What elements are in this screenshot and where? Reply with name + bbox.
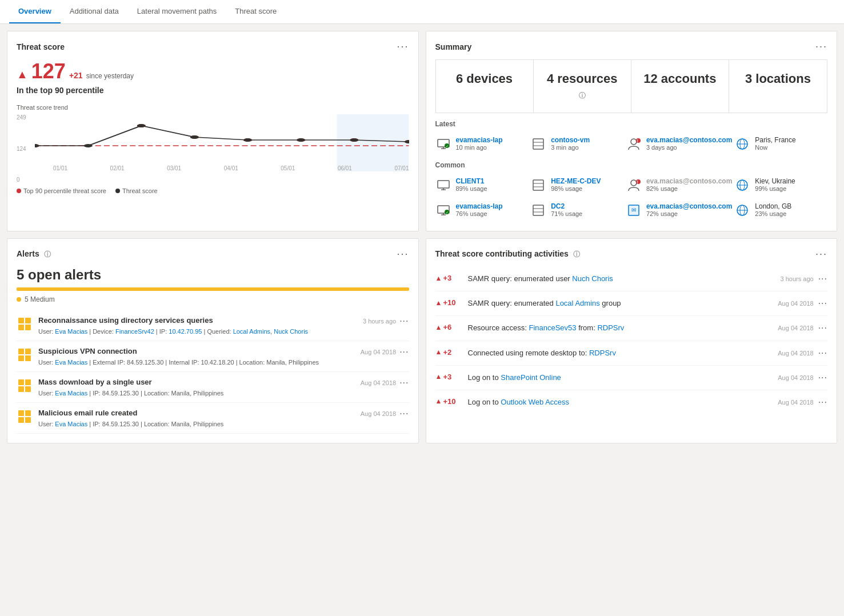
activity-more-6[interactable]: ··· [818, 397, 827, 407]
activity-item-4: ▲ +2 Connected using remote desktop to: … [435, 341, 828, 366]
alert-ip-link-1[interactable]: 10.42.70.95 [169, 328, 202, 335]
x-label-7: 07/01 [394, 165, 409, 171]
alert-more-3[interactable]: ··· [399, 378, 409, 388]
activity-desc-2: SAMR query: enumerated Local Admins grou… [468, 298, 771, 309]
activity-link-3a[interactable]: FinanceSev53 [529, 323, 576, 332]
legend-black: Threat score [115, 187, 158, 194]
alert-user-link-3[interactable]: Eva Macias [55, 390, 87, 397]
tab-threat-score[interactable]: Threat score [226, 0, 286, 23]
threat-activities-title: Threat score contributing activities ⓘ [435, 249, 580, 259]
activity-meta-6: Aug 04 2018 ··· [778, 397, 827, 407]
activity-more-3[interactable]: ··· [818, 323, 827, 333]
common-user-icon: ! [626, 177, 642, 193]
common2-device-name[interactable]: evamacias-lap [456, 202, 503, 210]
x-label-2: 02/01 [110, 165, 125, 171]
common-grid-2: ✓ evamacias-lap 76% usage DC2 71% usage [435, 199, 828, 222]
alert-content-4: Malicious email rule created Aug 04 2018… [38, 409, 409, 427]
x-label-3: 03/01 [167, 165, 181, 171]
stat-devices[interactable]: 6 devices [436, 60, 534, 113]
svg-point-8 [35, 144, 39, 147]
svg-point-10 [137, 124, 146, 127]
alert-device-link-1[interactable]: FinanceSrv42 [115, 328, 154, 335]
activity-desc-6: Log on to Outlook Web Access [468, 397, 771, 407]
legend-red: Top 90 percentile threat score [17, 187, 106, 194]
common-server-name[interactable]: HEZ-ME-C-DEV [551, 177, 601, 185]
activity-link-2[interactable]: Local Admins [555, 299, 599, 307]
delta-value-6: +10 [443, 397, 455, 406]
stat-accounts[interactable]: 12 accounts [631, 60, 729, 113]
delta-value-2: +10 [443, 298, 455, 307]
latest-user-name[interactable]: eva.macias@contoso.com [646, 136, 732, 144]
common-user-name[interactable]: eva.macias@contoso.com [646, 177, 732, 185]
activity-more-5[interactable]: ··· [818, 373, 827, 383]
tab-additional-data[interactable]: Additional data [61, 0, 128, 23]
alert-user-link-4[interactable]: Eva Macias [55, 421, 87, 427]
activity-time-4: Aug 04 2018 [778, 350, 813, 357]
x-label-4: 04/01 [224, 165, 238, 171]
delta-value-5: +3 [443, 373, 451, 381]
svg-point-11 [190, 135, 199, 139]
threat-score-title: Threat score [17, 42, 65, 51]
common-device-name[interactable]: CLIENT1 [456, 177, 487, 185]
alert-medium-label: 5 Medium [17, 295, 409, 303]
alert-more-2[interactable]: ··· [399, 347, 409, 357]
activity-link-1[interactable]: Nuch Choris [572, 274, 613, 283]
alert-user-link-1[interactable]: Eva Macias [55, 328, 87, 335]
alert-more-1[interactable]: ··· [399, 316, 409, 326]
delta-value-3: +6 [443, 323, 451, 331]
common2-user-name[interactable]: eva.macias@contoso.com [646, 202, 732, 210]
alerts-panel: Alerts ⓘ ··· 5 open alerts 5 Medium Reco… [7, 238, 419, 443]
svg-rect-47 [533, 205, 543, 215]
threat-score-more[interactable]: ··· [397, 41, 409, 53]
x-label-6: 06/01 [338, 165, 352, 171]
alert-title-1[interactable]: Reconnaissance using directory services … [38, 316, 213, 325]
activity-more-4[interactable]: ··· [818, 348, 827, 358]
svg-text:✉: ✉ [631, 207, 636, 213]
common-device-usage: 89% usage [456, 185, 487, 192]
activity-more-2[interactable]: ··· [818, 298, 827, 309]
svg-rect-21 [533, 139, 543, 149]
activity-more-1[interactable]: ··· [818, 274, 827, 284]
x-label-5: 05/01 [281, 165, 295, 171]
alert-more-4[interactable]: ··· [399, 409, 409, 419]
alerts-more[interactable]: ··· [397, 248, 409, 260]
latest-server: contoso-vm 3 min ago [530, 133, 623, 155]
tab-lateral-movement[interactable]: Lateral movement paths [128, 0, 226, 23]
svg-point-12 [243, 138, 252, 142]
common-location: Kiev, Ukraine 99% usage [734, 174, 827, 197]
stat-resources[interactable]: 4 resources ⓘ [534, 60, 631, 113]
threat-activities-more[interactable]: ··· [815, 248, 827, 260]
svg-rect-30 [438, 181, 449, 188]
latest-device-name[interactable]: evamacias-lap [456, 136, 503, 144]
activity-time-2: Aug 04 2018 [778, 300, 813, 307]
threat-activities-panel: Threat score contributing activities ⓘ ·… [426, 238, 838, 443]
alert-item-3: Mass download by a single user Aug 04 20… [17, 372, 409, 403]
alert-title-4[interactable]: Malicious email rule created [38, 409, 137, 417]
activity-meta-5: Aug 04 2018 ··· [778, 373, 827, 383]
alert-user-link-2[interactable]: Eva Macias [55, 359, 87, 366]
stat-resources-value: 4 resources ⓘ [543, 71, 622, 101]
latest-user: ! eva.macias@contoso.com 3 days ago [626, 133, 732, 155]
device-icon: ✓ [435, 136, 451, 152]
svg-point-36 [631, 180, 637, 186]
threat-activities-info-icon: ⓘ [573, 250, 580, 258]
activity-link-5[interactable]: SharePoint Online [501, 373, 561, 382]
alert-item-2: Suspicious VPN connection Aug 04 2018 ··… [17, 341, 409, 372]
common2-server-name[interactable]: DC2 [551, 202, 582, 210]
activity-link-4[interactable]: RDPSrv [589, 349, 616, 357]
tab-overview[interactable]: Overview [9, 0, 61, 23]
activity-link-3b[interactable]: RDPSrv [597, 323, 624, 332]
svg-text:✓: ✓ [445, 145, 448, 148]
stat-locations[interactable]: 3 locations [729, 60, 827, 113]
alert-title-2[interactable]: Suspicious VPN connection [38, 347, 137, 355]
latest-server-name[interactable]: contoso-vm [551, 136, 590, 144]
chart-y-labels: 249 124 0 [17, 114, 33, 183]
threat-chart-svg [35, 114, 409, 171]
alert-queried-link-2[interactable]: Nuck Choris [274, 328, 308, 335]
summary-more[interactable]: ··· [815, 41, 827, 53]
alert-queried-link-1[interactable]: Local Admins [233, 328, 270, 335]
common2-location: London, GB 23% usage [734, 199, 827, 222]
alert-title-3[interactable]: Mass download by a single user [38, 378, 152, 386]
svg-point-9 [84, 144, 93, 147]
activity-link-6[interactable]: Outlook Web Access [501, 398, 569, 406]
